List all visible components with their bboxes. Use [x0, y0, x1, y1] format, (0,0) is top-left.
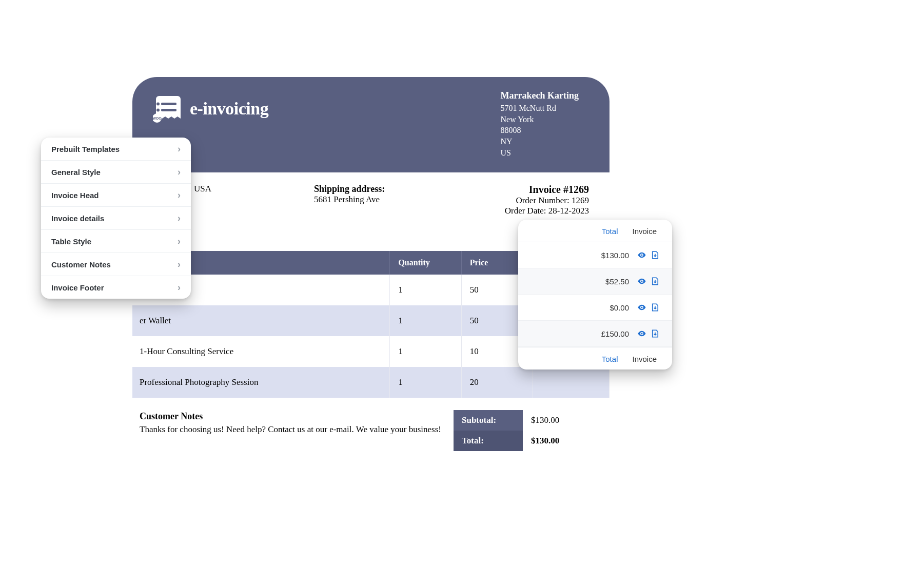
receipt-icon: WOO — [153, 94, 184, 123]
order-number: Order Number: 1269 — [505, 196, 589, 206]
order-total: $0.00 — [588, 303, 629, 312]
actions-footer: Total Invoice — [518, 347, 672, 370]
total-label: Total: — [454, 431, 523, 451]
brand-logo: WOO e-invoicing — [153, 94, 268, 123]
sidebar-item-label: Table Style — [51, 237, 91, 246]
shipping-street: 5681 Pershing Ave — [314, 195, 385, 205]
shipping-label: Shipping address: — [314, 184, 385, 195]
chevron-right-icon: › — [178, 283, 181, 292]
download-invoice-icon[interactable] — [651, 277, 660, 286]
header-total-label[interactable]: Total — [602, 227, 618, 236]
notes-header: Customer Notes — [140, 410, 441, 422]
view-invoice-icon[interactable] — [637, 329, 646, 338]
customer-notes: Customer Notes Thanks for choosing us! N… — [140, 410, 441, 451]
order-total: $52.50 — [588, 277, 629, 286]
item-total — [533, 367, 610, 398]
sidebar-item-label: Invoice details — [51, 214, 104, 223]
sidebar-item-label: Invoice Footer — [51, 283, 104, 292]
totals-table: Subtotal: $130.00 Total: $130.00 — [454, 410, 607, 451]
notes-body: Thanks for choosing us! Need help? Conta… — [140, 424, 441, 436]
sidebar-item-label: Customer Notes — [51, 260, 111, 269]
company-address: Marrakech Karting 5701 McNutt Rd New Yor… — [501, 89, 579, 158]
subtotal-value: $130.00 — [523, 410, 607, 431]
company-zip: 88008 — [501, 125, 579, 136]
chevron-right-icon: › — [178, 213, 181, 223]
billing-line: USA — [194, 184, 211, 194]
item-qty: 1 — [390, 305, 461, 336]
svg-text:WOO: WOO — [153, 116, 162, 120]
sidebar-item-invoice-details[interactable]: Invoice details › — [41, 207, 191, 230]
view-invoice-icon[interactable] — [637, 250, 646, 260]
download-invoice-icon[interactable] — [651, 250, 660, 260]
company-city: New York — [501, 114, 579, 125]
item-qty: 1 — [390, 367, 461, 398]
svg-point-2 — [156, 103, 160, 106]
chevron-right-icon: › — [178, 144, 181, 153]
item-name: 1-Hour Consulting Service — [132, 336, 390, 367]
sidebar-item-prebuilt-templates[interactable]: Prebuilt Templates › — [41, 138, 191, 161]
item-price: 20 — [461, 367, 533, 398]
footer-invoice-label: Invoice — [632, 355, 657, 363]
actions-header: Total Invoice — [518, 220, 672, 242]
sidebar-item-table-style[interactable]: Table Style › — [41, 230, 191, 253]
company-street: 5701 McNutt Rd — [501, 103, 579, 114]
sidebar-item-customer-notes[interactable]: Customer Notes › — [41, 253, 191, 276]
svg-rect-0 — [161, 103, 176, 105]
order-row: $52.50 — [518, 268, 672, 295]
shipping-column: Shipping address: 5681 Pershing Ave — [314, 184, 385, 216]
subtotal-label: Subtotal: — [454, 410, 523, 431]
order-row: $0.00 — [518, 295, 672, 321]
sidebar-item-label: Prebuilt Templates — [51, 145, 120, 153]
view-invoice-icon[interactable] — [637, 277, 646, 286]
download-invoice-icon[interactable] — [651, 303, 660, 312]
sidebar-item-label: General Style — [51, 168, 101, 177]
chevron-right-icon: › — [178, 190, 181, 200]
sidebar-item-invoice-footer[interactable]: Invoice Footer › — [41, 276, 191, 299]
footer-total-label[interactable]: Total — [602, 355, 618, 363]
order-row: $130.00 — [518, 242, 672, 268]
item-qty: 1 — [390, 336, 461, 367]
company-state: NY — [501, 136, 579, 147]
chevron-right-icon: › — [178, 237, 181, 246]
item-qty: 1 — [390, 275, 461, 305]
header-invoice-label: Invoice — [632, 227, 657, 236]
sidebar-item-invoice-head[interactable]: Invoice Head › — [41, 184, 191, 207]
svg-rect-1 — [161, 109, 176, 111]
svg-point-3 — [156, 109, 160, 112]
footer-row: Customer Notes Thanks for choosing us! N… — [132, 398, 610, 451]
company-country: US — [501, 147, 579, 159]
invoice-meta-column: Invoice #1269 Order Number: 1269 Order D… — [505, 184, 589, 216]
billing-column: USA — [194, 184, 211, 216]
order-row: £150.00 — [518, 321, 672, 347]
order-date: Order Date: 28-12-2023 — [505, 206, 589, 216]
orders-actions-panel: Total Invoice $130.00 $52.50 $0.00 — [518, 220, 672, 370]
order-total: $130.00 — [588, 251, 629, 260]
sidebar-item-label: Invoice Head — [51, 191, 99, 200]
total-value: $130.00 — [523, 431, 607, 451]
sidebar-item-general-style[interactable]: General Style › — [41, 161, 191, 184]
invoice-number: Invoice #1269 — [505, 184, 589, 196]
brand-name: e-invoicing — [190, 99, 268, 119]
company-name: Marrakech Karting — [501, 89, 579, 102]
download-invoice-icon[interactable] — [651, 329, 660, 338]
item-name: er Wallet — [132, 305, 390, 336]
chevron-right-icon: › — [178, 260, 181, 269]
item-name: Professional Photography Session — [132, 367, 390, 398]
chevron-right-icon: › — [178, 167, 181, 177]
invoice-header: WOO e-invoicing Marrakech Karting 5701 M… — [132, 77, 610, 172]
customizer-panel: Prebuilt Templates › General Style › Inv… — [41, 138, 191, 299]
col-qty-header: Quantity — [390, 251, 461, 275]
view-invoice-icon[interactable] — [637, 303, 646, 312]
order-total: £150.00 — [588, 329, 629, 338]
table-row: Professional Photography Session 1 20 — [132, 367, 610, 398]
